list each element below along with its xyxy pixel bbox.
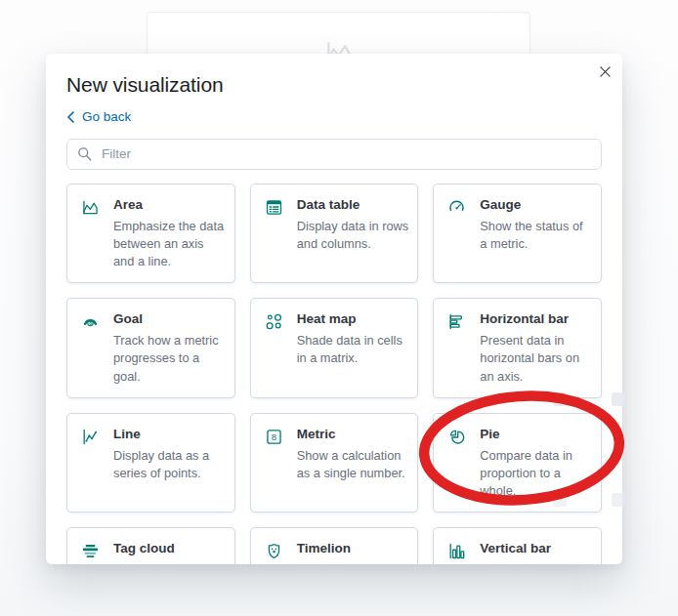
heat-map-icon [264,311,284,332]
vis-type-description: Shade data in cells in a matrix. [297,332,410,367]
vis-type-description: Show a calculation as a single number. [297,447,410,482]
vis-type-title: Heat map [297,311,410,326]
close-icon [600,66,611,77]
annotation-handle [553,493,567,507]
vis-type-title: Tag cloud [113,541,227,555]
go-back-label: Go back [82,109,131,124]
vis-type-title: Goal [113,311,227,326]
data-table-icon [264,197,284,218]
filter-input[interactable] [100,145,591,162]
vis-type-title: Data table [297,197,410,212]
visualization-type-grid: Area Emphasize the data between an axis … [66,184,602,565]
vis-card-metric[interactable]: 8 Metric Show a calculation as a single … [250,413,419,513]
line-icon [80,427,101,447]
vis-type-title: Vertical bar [480,541,593,555]
vis-card-vertical-bar[interactable]: Vertical bar Present data in vertical ba… [433,527,602,564]
vis-type-title: Area [113,197,227,212]
new-visualization-modal: New visualization Go back Area Emphasize… [46,54,622,564]
vis-type-title: Line [113,427,227,441]
modal-title: New visualization [66,73,602,97]
vertical-bar-icon [446,541,467,561]
vis-type-description: Show the status of a metric. [480,218,593,253]
vis-type-description: Display data as a series of points. [113,447,227,482]
svg-text:8: 8 [89,321,92,326]
vis-card-line[interactable]: Line Display data as a series of points. [66,413,235,513]
vis-card-data-table[interactable]: Data table Display data in rows and colu… [250,184,419,284]
vis-card-tag-cloud[interactable]: Tag cloud Display word frequency with fo… [66,527,235,564]
vis-type-description: Show time series data on a graph. [297,561,410,564]
vis-type-description: Present data in vertical bars on an axis… [480,561,593,564]
goal-icon: 8 [80,311,101,332]
horizontal-bar-icon [446,311,467,332]
search-icon [77,146,92,161]
timelion-icon [264,541,284,561]
vis-type-title: Pie [480,427,593,441]
annotation-handle [612,392,625,406]
vis-card-goal[interactable]: 8 Goal Track how a metric progresses to … [66,298,235,398]
svg-text:8: 8 [271,431,275,442]
annotation-handle [553,392,567,406]
chevron-left-icon [66,111,75,123]
vis-type-title: Timelion [297,541,410,555]
vis-type-description: Compare data in proportion to a whole. [480,447,593,501]
vis-type-title: Gauge [480,197,593,212]
vis-type-title: Horizontal bar [480,311,593,326]
vis-card-timelion[interactable]: Timelion Show time series data on a grap… [250,527,419,564]
annotation-handle [612,493,625,507]
filter-search-box [66,139,602,170]
go-back-link[interactable]: Go back [66,109,131,124]
close-button[interactable] [595,62,614,81]
vis-card-gauge[interactable]: Gauge Show the status of a metric. [433,184,602,284]
vis-type-description: Present data in horizontal bars on an ax… [480,332,593,386]
vis-type-description: Display word frequency with font size. [113,561,227,564]
metric-icon: 8 [264,427,284,447]
vis-card-horizontal-bar[interactable]: Horizontal bar Present data in horizonta… [433,298,602,398]
area-icon [80,197,101,218]
vis-type-description: Emphasize the data between an axis and a… [113,218,227,271]
tag-cloud-icon [80,541,101,561]
vis-type-description: Track how a metric progresses to a goal. [113,332,227,386]
pie-icon [446,427,467,447]
vis-card-pie[interactable]: Pie Compare data in proportion to a whol… [433,413,602,513]
vis-card-area[interactable]: Area Emphasize the data between an axis … [66,184,235,284]
gauge-icon [446,197,467,218]
vis-type-title: Metric [297,427,410,441]
vis-card-heat-map[interactable]: Heat map Shade data in cells in a matrix… [250,298,419,398]
vis-type-description: Display data in rows and columns. [297,218,410,253]
